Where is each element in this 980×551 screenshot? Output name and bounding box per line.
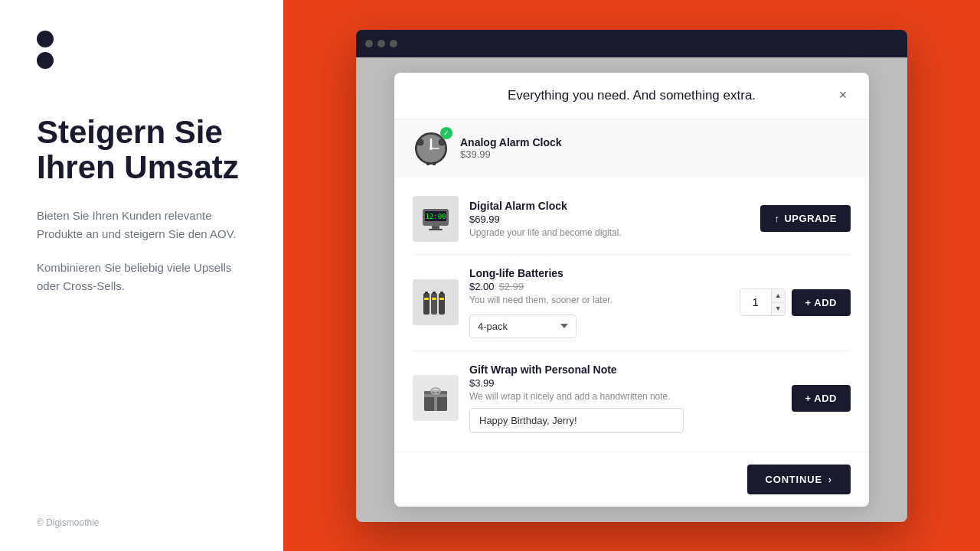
quantity-add-row: ▲ ▼ + ADD xyxy=(740,289,851,316)
logo-dot-bottom xyxy=(37,52,54,69)
gift-box-icon xyxy=(421,383,450,412)
right-panel: Everything you need. And something extra… xyxy=(283,0,980,551)
upsell-digital-clock-name: Digital Alarm Clock xyxy=(469,200,750,212)
upgrade-button[interactable]: ↑ UPGRADE xyxy=(760,205,851,232)
svg-rect-20 xyxy=(439,293,445,315)
browser-dot-2 xyxy=(377,40,385,47)
cart-item-image: ✓ xyxy=(413,130,449,167)
continue-button-label: CONTINUE xyxy=(766,474,822,485)
logo-dot-top xyxy=(37,31,54,47)
modal-footer: CONTINUE › xyxy=(394,452,869,507)
upsell-digital-clock-actions: ↑ UPGRADE xyxy=(760,205,851,232)
svg-point-7 xyxy=(417,139,423,145)
upsell-batteries-price-row: $2.00 $2.99 xyxy=(469,281,729,292)
upsell-gift-wrap-price: $3.99 xyxy=(469,377,495,389)
svg-rect-13 xyxy=(429,229,443,230)
svg-rect-18 xyxy=(433,292,436,294)
upsell-batteries-price: $2.00 xyxy=(469,281,495,292)
gift-note-wrap xyxy=(469,402,781,433)
batteries-icon xyxy=(422,287,449,318)
svg-rect-6 xyxy=(433,162,436,165)
upsell-batteries-desc: You will need them, sooner or later. xyxy=(469,295,729,305)
quantity-input-wrap: ▲ ▼ xyxy=(740,289,786,316)
left-content: Steigern Sie Ihren Umsatz Bieten Sie Ihr… xyxy=(37,115,247,520)
left-panel: Steigern Sie Ihren Umsatz Bieten Sie Ihr… xyxy=(0,0,283,551)
upsell-gift-wrap-desc: We will wrap it nicely and add a handwri… xyxy=(469,391,781,402)
svg-point-8 xyxy=(439,139,445,145)
cart-item-price: $39.99 xyxy=(460,148,562,160)
batteries-image xyxy=(413,279,459,325)
upsell-item-batteries: Long-life Batteries $2.00 $2.99 You will… xyxy=(413,255,851,351)
browser-dot-3 xyxy=(390,40,397,47)
upsell-batteries-info: Long-life Batteries $2.00 $2.99 You will… xyxy=(469,267,729,338)
digital-clock-icon: 12:00 xyxy=(421,206,450,232)
quantity-up-button[interactable]: ▲ xyxy=(772,289,785,303)
upsell-gift-wrap-name: Gift Wrap with Personal Note xyxy=(469,364,781,376)
gift-wrap-add-button[interactable]: + ADD xyxy=(792,385,851,412)
digital-clock-image: 12:00 xyxy=(413,196,459,242)
browser-bar xyxy=(356,30,907,57)
batteries-variant-select[interactable]: 4-pack 8-pack 12-pack xyxy=(469,315,577,338)
svg-text:12:00: 12:00 xyxy=(425,213,446,220)
browser-window: Everything you need. And something extra… xyxy=(356,30,907,522)
upsell-batteries-name: Long-life Batteries xyxy=(469,267,729,279)
quantity-down-button[interactable]: ▼ xyxy=(772,303,785,316)
page-title: Steigern Sie Ihren Umsatz xyxy=(37,115,247,185)
upsell-digital-clock-desc: Upgrade your life and become digital. xyxy=(469,227,750,238)
browser-dot-1 xyxy=(365,40,373,47)
upsell-batteries-actions: ▲ ▼ + ADD xyxy=(740,289,851,316)
svg-rect-21 xyxy=(440,292,443,294)
description-1: Bieten Sie Ihren Kunden relevante Produk… xyxy=(37,207,247,243)
upgrade-arrow-icon: ↑ xyxy=(774,213,779,224)
gift-note-input[interactable] xyxy=(469,408,684,433)
cart-item-check-badge: ✓ xyxy=(440,127,452,139)
svg-rect-14 xyxy=(423,293,430,315)
svg-point-30 xyxy=(434,390,437,393)
modal-title: Everything you need. And something extra… xyxy=(508,88,756,103)
cart-item-info: Analog Alarm Clock $39.99 xyxy=(460,136,562,160)
cart-item-row: ✓ Analog Alarm Clock $39.99 xyxy=(394,119,869,178)
upsell-list: 12:00 Digital Alarm Clock $69.99 Upgrade… xyxy=(394,178,869,452)
logo xyxy=(37,31,247,69)
upsell-digital-clock-price-row: $69.99 xyxy=(469,214,750,225)
upsell-digital-clock-price: $69.99 xyxy=(469,214,500,225)
continue-arrow-icon: › xyxy=(828,474,832,485)
batteries-extra: 4-pack 8-pack 12-pack xyxy=(469,308,729,338)
upsell-item-gift-wrap: Gift Wrap with Personal Note $3.99 We wi… xyxy=(413,351,851,445)
upsell-item-digital-clock: 12:00 Digital Alarm Clock $69.99 Upgrade… xyxy=(413,184,851,255)
upsell-gift-wrap-actions: + ADD xyxy=(792,385,851,412)
svg-rect-19 xyxy=(432,298,436,300)
svg-rect-22 xyxy=(439,298,444,300)
quantity-arrows: ▲ ▼ xyxy=(771,289,785,315)
upsell-modal: Everything you need. And something extra… xyxy=(394,73,869,507)
upsell-gift-wrap-price-row: $3.99 xyxy=(469,377,781,389)
svg-rect-5 xyxy=(426,162,430,165)
upsell-digital-clock-info: Digital Alarm Clock $69.99 Upgrade your … xyxy=(469,200,750,238)
continue-button[interactable]: CONTINUE › xyxy=(747,465,851,494)
footer-credit: © Digismoothie xyxy=(37,517,100,528)
gift-wrap-image xyxy=(413,375,459,421)
upgrade-button-label: UPGRADE xyxy=(784,213,837,224)
modal-header: Everything you need. And something extra… xyxy=(394,73,869,119)
browser-content: Everything you need. And something extra… xyxy=(356,57,907,522)
upsell-batteries-old-price: $2.99 xyxy=(499,281,524,292)
svg-rect-15 xyxy=(425,292,428,294)
cart-item-name: Analog Alarm Clock xyxy=(460,136,562,148)
upsell-gift-wrap-info: Gift Wrap with Personal Note $3.99 We wi… xyxy=(469,364,781,433)
description-2: Kombinieren Sie beliebig viele Upsells o… xyxy=(37,259,247,295)
quantity-input[interactable] xyxy=(740,296,771,308)
svg-rect-17 xyxy=(431,293,437,315)
svg-rect-12 xyxy=(432,226,439,229)
close-button[interactable]: × xyxy=(832,85,854,106)
batteries-add-button[interactable]: + ADD xyxy=(792,289,851,316)
svg-rect-16 xyxy=(424,298,429,300)
